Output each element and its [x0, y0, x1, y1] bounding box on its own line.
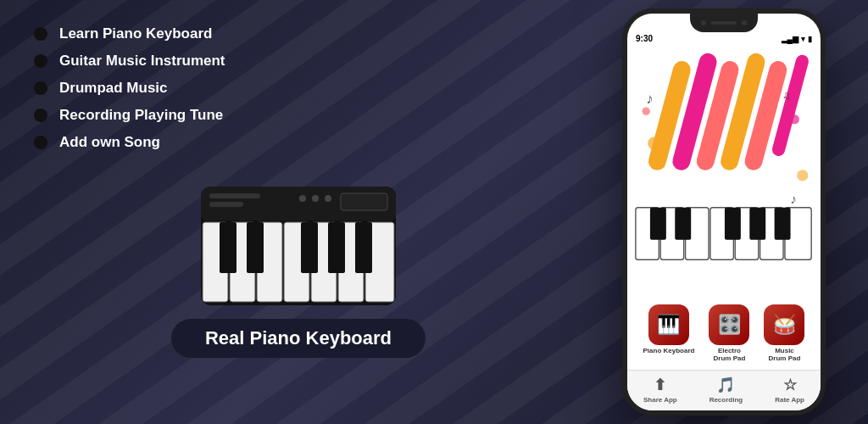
- feature-text-3: Drumpad Music: [59, 80, 168, 97]
- app-icon-electro-drum[interactable]: 🎛️ ElectroDrum Pad: [709, 304, 749, 363]
- svg-rect-2: [209, 193, 260, 198]
- svg-point-4: [299, 195, 306, 202]
- feature-text-2: Guitar Music Instrument: [59, 53, 225, 70]
- features-list: Learn Piano Keyboard Guitar Music Instru…: [34, 25, 563, 161]
- status-icons: ▂▄▆ ▾ ▮: [782, 35, 812, 43]
- status-time: 9:30: [636, 34, 653, 43]
- svg-rect-43: [725, 208, 741, 240]
- share-label: Share App: [643, 396, 677, 404]
- app-icon-piano-keyboard[interactable]: 🎹 Piano Keyboard: [643, 304, 695, 363]
- feature-item-1: Learn Piano Keyboard: [34, 25, 563, 42]
- notch-camera: [701, 20, 706, 25]
- svg-rect-16: [247, 222, 264, 273]
- piano-keys-area: ♪ ♫ ♪: [634, 45, 814, 298]
- svg-text:♪: ♪: [646, 91, 654, 107]
- music-drum-icon[interactable]: 🥁: [764, 304, 804, 345]
- feature-text-4: Recording Playing Tune: [59, 107, 223, 124]
- bullet-icon-4: [34, 109, 47, 122]
- svg-point-28: [790, 114, 799, 124]
- bullet-icon-2: [34, 54, 47, 68]
- nav-rate-app[interactable]: ☆ Rate App: [775, 376, 804, 404]
- nav-share-app[interactable]: ⬆ Share App: [643, 376, 677, 404]
- recording-icon: 🎵: [716, 376, 735, 394]
- phone-notch: [690, 14, 758, 32]
- piano-keyboard-icon[interactable]: 🎹: [648, 304, 689, 345]
- share-icon: ⬆: [654, 376, 666, 394]
- piano-container: Real Piano Keyboard: [34, 187, 563, 358]
- wifi-icon: ▾: [801, 35, 805, 43]
- svg-rect-17: [301, 222, 318, 273]
- app-title-badge: Real Piano Keyboard: [171, 319, 426, 358]
- feature-item-5: Add own Song: [34, 134, 563, 151]
- svg-point-27: [648, 137, 660, 150]
- bullet-icon-5: [34, 136, 47, 149]
- svg-rect-18: [328, 222, 345, 273]
- piano-keyboard-emoji: 🎹: [657, 314, 680, 336]
- rate-label: Rate App: [775, 396, 804, 404]
- svg-point-6: [325, 195, 331, 202]
- svg-point-5: [312, 195, 319, 202]
- notch-speaker: [711, 21, 737, 25]
- bullet-icon-3: [34, 81, 47, 95]
- app-icon-music-drum[interactable]: 🥁 MusicDrum Pad: [764, 304, 804, 363]
- piano-keyboard-label: Piano Keyboard: [643, 348, 695, 355]
- bullet-icon-1: [34, 27, 47, 41]
- music-drum-emoji: 🥁: [773, 314, 796, 336]
- svg-rect-45: [775, 208, 791, 240]
- svg-rect-15: [220, 222, 236, 273]
- app-icons-row: 🎹 Piano Keyboard 🎛️ ElectroDrum Pad 🥁: [627, 298, 821, 370]
- piano-image: [201, 187, 396, 305]
- svg-rect-3: [209, 202, 243, 207]
- svg-rect-41: [650, 208, 666, 240]
- nav-recording[interactable]: 🎵 Recording: [709, 376, 743, 404]
- feature-item-4: Recording Playing Tune: [34, 107, 563, 124]
- phone-screen: 9:30 ▂▄▆ ▾ ▮: [627, 14, 821, 410]
- right-panel: 9:30 ▂▄▆ ▾ ▮: [597, 0, 868, 424]
- music-drum-label: MusicDrum Pad: [769, 348, 801, 363]
- battery-icon: ▮: [808, 35, 812, 43]
- svg-rect-7: [341, 193, 387, 210]
- feature-text-5: Add own Song: [59, 134, 160, 151]
- app-title-text: Real Piano Keyboard: [205, 327, 392, 349]
- svg-point-29: [642, 107, 649, 114]
- left-panel: Learn Piano Keyboard Guitar Music Instru…: [0, 0, 597, 424]
- svg-text:♫: ♫: [782, 89, 791, 102]
- feature-text-1: Learn Piano Keyboard: [59, 25, 212, 42]
- electro-drum-label: ElectroDrum Pad: [714, 348, 746, 363]
- electro-drum-emoji: 🎛️: [718, 314, 741, 336]
- colorful-background: ♪ ♫ ♪: [634, 45, 814, 298]
- bottom-nav: ⬆ Share App 🎵 Recording ☆ Rate App: [627, 370, 821, 410]
- svg-point-30: [797, 170, 808, 181]
- recording-label: Recording: [709, 396, 743, 404]
- svg-rect-44: [749, 208, 765, 240]
- svg-rect-42: [675, 208, 691, 240]
- svg-rect-19: [355, 222, 372, 273]
- main-content: Learn Piano Keyboard Guitar Music Instru…: [0, 0, 868, 424]
- notch-sensor: [742, 20, 747, 25]
- electro-drum-icon[interactable]: 🎛️: [709, 304, 749, 345]
- signal-icon: ▂▄▆: [782, 35, 798, 43]
- feature-item-2: Guitar Music Instrument: [34, 53, 563, 70]
- rate-icon: ☆: [783, 376, 797, 394]
- feature-item-3: Drumpad Music: [34, 80, 563, 97]
- phone-mockup: 9:30 ▂▄▆ ▾ ▮: [622, 8, 826, 416]
- svg-text:♪: ♪: [791, 192, 798, 206]
